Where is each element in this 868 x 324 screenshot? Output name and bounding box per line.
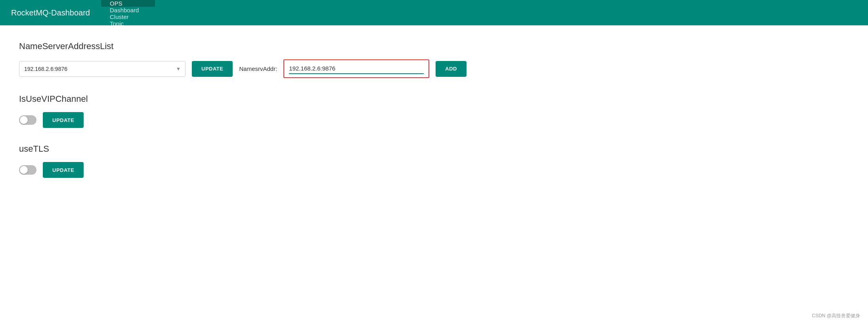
namesrv-input-wrapper [283, 59, 429, 78]
nameserver-update-button[interactable]: UPDATE [192, 61, 233, 77]
tls-title: useTLS [19, 144, 849, 154]
nav-item-producer[interactable]: Producer [101, 34, 155, 40]
tls-row: UPDATE [19, 162, 849, 178]
namesrv-label: NamesrvAddr: [239, 65, 277, 72]
brand: RocketMQ-Dashboard [0, 0, 101, 25]
tls-section: useTLS UPDATE [19, 144, 849, 178]
nav-item-topic[interactable]: Topic [101, 20, 155, 27]
vip-channel-title: IsUseVIPChannel [19, 94, 849, 104]
tls-toggle[interactable] [19, 165, 36, 175]
nameserver-dropdown[interactable]: 192.168.2.6:9876 [19, 61, 185, 77]
nav-items: OPSDashboardClusterTopicConsumerProducer… [101, 0, 155, 25]
nav-item-cluster[interactable]: Cluster [101, 13, 155, 20]
tls-slider [19, 165, 36, 175]
watermark: CSDN @高怪兽爱健身 [812, 313, 860, 319]
nameserver-row: 192.168.2.6:9876 ▼ UPDATE NamesrvAddr: A… [19, 59, 849, 78]
vip-channel-row: UPDATE [19, 112, 849, 128]
add-button[interactable]: ADD [436, 61, 467, 77]
nav-item-consumer[interactable]: Consumer [101, 27, 155, 34]
vip-channel-section: IsUseVIPChannel UPDATE [19, 94, 849, 128]
navbar: RocketMQ-Dashboard OPSDashboardClusterTo… [0, 0, 868, 25]
nav-item-ops[interactable]: OPS [101, 0, 155, 7]
tls-update-button[interactable]: UPDATE [43, 162, 84, 178]
vip-channel-toggle[interactable] [19, 115, 36, 125]
vip-channel-slider [19, 115, 36, 125]
namesrv-input[interactable] [289, 63, 424, 74]
nav-item-dashboard[interactable]: Dashboard [101, 7, 155, 13]
vip-channel-update-button[interactable]: UPDATE [43, 112, 84, 128]
nameserver-dropdown-wrapper: 192.168.2.6:9876 ▼ [19, 61, 185, 77]
